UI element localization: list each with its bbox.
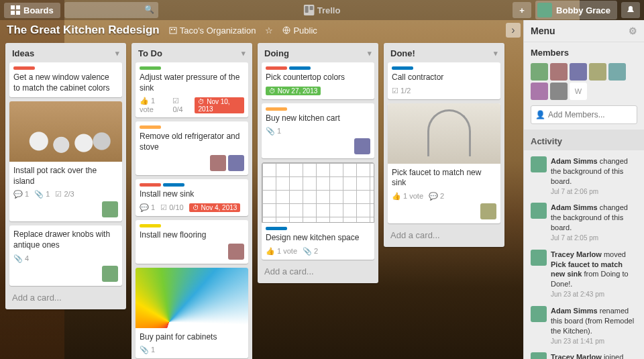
member-avatar[interactable] (102, 201, 118, 217)
activity-avatar (531, 306, 547, 322)
card[interactable]: Install new sink💬 1☑ 0/10⏱ Nov 4, 2013 (136, 179, 248, 216)
notifications-button[interactable] (621, 2, 640, 18)
activity-heading: Activity (524, 130, 644, 150)
board-menu: Menu ⚙ Members W 👤Add Members... Activit… (523, 20, 644, 359)
card-members (140, 244, 244, 260)
add-button[interactable]: + (513, 2, 531, 18)
attach-badge: 📎 1 (266, 127, 281, 136)
scroll-right-button[interactable]: › (506, 23, 521, 38)
card-badges: 📎 1 (140, 346, 244, 354)
list-header: Doing▾ (262, 47, 374, 62)
card-title: Remove old refrigerator and stove (140, 132, 244, 152)
svg-rect-0 (11, 5, 15, 9)
user-menu[interactable]: Bobby Grace (535, 1, 617, 19)
card[interactable]: Buy paint for cabinets📎 1 (136, 268, 248, 359)
boards-button[interactable]: Boards (4, 3, 60, 18)
add-card-button[interactable]: Add a card... (262, 264, 374, 279)
list-name[interactable]: Done! (390, 48, 415, 58)
card-labels (266, 107, 370, 111)
svg-rect-7 (170, 28, 176, 34)
card-badges: 📎 4 (13, 254, 118, 263)
list-name[interactable]: Ideas (12, 48, 34, 58)
person-icon: 👤 (535, 110, 545, 119)
card[interactable]: Design new kitchen space👍 1 vote📎 2 (262, 162, 374, 260)
activity-text: Adam Simms renamed this board (from Remo… (551, 306, 637, 346)
member-avatar[interactable] (531, 63, 548, 81)
list-menu-button[interactable]: ▾ (241, 49, 246, 58)
label-blue (289, 66, 311, 70)
board-org[interactable]: Taco's Organization (169, 25, 256, 36)
activity-avatar (531, 156, 547, 172)
label-yellow (140, 224, 161, 227)
activity-text: Adam Simms changed the background of thi… (551, 203, 637, 242)
card-title: Call contractor (392, 72, 496, 83)
member-avatar[interactable] (228, 244, 244, 260)
label-red (266, 66, 287, 70)
member-avatar[interactable] (228, 155, 244, 171)
list: Done!▾Call contractor☑ 1/2Pick faucet to… (384, 43, 504, 247)
card-labels (266, 227, 370, 230)
member-avatar[interactable] (531, 83, 548, 100)
member-avatar[interactable] (550, 83, 568, 100)
member-avatar[interactable] (608, 63, 626, 81)
card[interactable]: Pick countertop colors⏱ Nov 27, 2013 (262, 62, 374, 99)
attach-badge: 📎 1 (34, 190, 50, 199)
list-menu-button[interactable]: ▾ (494, 49, 498, 58)
label-red (140, 183, 161, 187)
member-avatar[interactable] (570, 63, 587, 81)
app-logo[interactable]: Trello (304, 5, 341, 15)
activity-feed[interactable]: Adam Simms changed the background of thi… (524, 150, 644, 359)
comments-badge: 💬 1 (140, 203, 155, 212)
visibility-button[interactable]: Public (282, 25, 317, 36)
comments-badge: 💬 1 (13, 190, 29, 199)
member-avatar[interactable] (210, 155, 226, 171)
member-avatar[interactable] (480, 203, 496, 219)
card[interactable]: Pick faucet to match new sink👍 1 vote💬 2 (388, 103, 500, 223)
card[interactable]: Call contractor☑ 1/2 (388, 62, 500, 99)
card[interactable]: Install new flooring (136, 220, 248, 264)
activity-time: Jul 7 at 2:06 pm (551, 188, 598, 195)
add-card-button[interactable]: Add a card... (388, 227, 500, 243)
comments-badge: 💬 2 (429, 192, 444, 201)
gear-icon[interactable]: ⚙ (629, 25, 637, 36)
add-members-button[interactable]: 👤Add Members... (531, 105, 637, 124)
due-badge: ⏱ Nov 4, 2013 (189, 203, 241, 212)
search-icon[interactable]: 🔍 (144, 5, 154, 14)
star-button[interactable]: ☆ (265, 25, 273, 36)
list: Ideas▾Get a new window valence to match … (5, 43, 126, 309)
card[interactable]: Replace drawer knobs with antique ones📎 … (9, 225, 122, 285)
board-title[interactable]: The Great Kitchen Redesign (7, 23, 160, 37)
card[interactable]: Adjust water pressure of the sink👍 1 vot… (136, 62, 248, 117)
activity-time: Jun 23 at 2:43 pm (551, 291, 604, 298)
add-card-button[interactable]: Add a card... (9, 290, 122, 305)
add-members-label: Add Members... (548, 110, 605, 119)
trello-icon (304, 5, 315, 15)
list-name[interactable]: Doing (264, 48, 289, 58)
card-badges: 👍 1 vote💬 2 (392, 192, 496, 201)
member-avatar[interactable] (354, 138, 370, 154)
card-members (140, 155, 244, 171)
card-labels (140, 224, 244, 227)
list-menu-button[interactable]: ▾ (368, 49, 372, 58)
list-menu-button[interactable]: ▾ (115, 49, 119, 58)
visibility-label: Public (293, 25, 317, 36)
card-badges: 💬 1📎 1☑ 2/3 (13, 190, 118, 199)
member-avatar[interactable] (550, 63, 568, 81)
card[interactable]: Install pot rack over the island💬 1📎 1☑ … (9, 101, 122, 221)
card[interactable]: Get a new window valence to match the ca… (9, 62, 122, 97)
user-avatar (537, 3, 552, 17)
svg-rect-3 (16, 11, 20, 15)
member-avatar[interactable]: W (570, 83, 587, 100)
checklist-badge: ☑ 1/2 (392, 87, 411, 95)
checklist-badge: ☑ 0/4 (172, 97, 189, 113)
card[interactable]: Remove old refrigerator and stove (136, 121, 248, 175)
card-badges: 👍 1 vote📎 2 (266, 247, 370, 256)
members-heading: Members (524, 42, 644, 63)
label-orange (266, 107, 287, 111)
activity-item: Tracey Marlow moved Pick faucet to match… (529, 246, 639, 303)
member-avatar[interactable] (102, 266, 118, 282)
list-name[interactable]: To Do (138, 48, 162, 58)
card[interactable]: Buy new kitchen cart📎 1 (262, 103, 374, 159)
member-avatar[interactable] (589, 63, 606, 81)
label-green (140, 66, 161, 70)
